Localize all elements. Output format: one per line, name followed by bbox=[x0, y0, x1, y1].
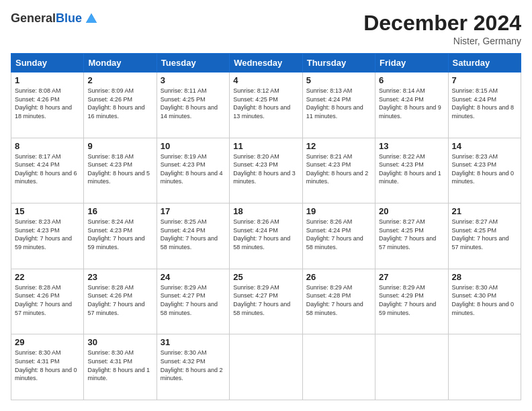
day-info: Sunrise: 8:30 AMSunset: 4:31 PMDaylight:… bbox=[87, 349, 152, 382]
week-row-4: 22Sunrise: 8:28 AMSunset: 4:26 PMDayligh… bbox=[11, 269, 521, 334]
cell-w5-d0: 29Sunrise: 8:30 AMSunset: 4:31 PMDayligh… bbox=[11, 334, 84, 400]
day-number: 29 bbox=[15, 337, 80, 347]
cell-w1-d0: 1Sunrise: 8:08 AMSunset: 4:26 PMDaylight… bbox=[11, 73, 84, 138]
day-info: Sunrise: 8:26 AMSunset: 4:24 PMDaylight:… bbox=[233, 218, 298, 251]
day-number: 9 bbox=[87, 141, 152, 151]
day-info: Sunrise: 8:23 AMSunset: 4:23 PMDaylight:… bbox=[15, 218, 80, 251]
week-row-1: 1Sunrise: 8:08 AMSunset: 4:26 PMDaylight… bbox=[11, 73, 521, 138]
day-number: 8 bbox=[15, 141, 80, 151]
day-number: 26 bbox=[306, 272, 371, 282]
cell-w4-d1: 23Sunrise: 8:28 AMSunset: 4:26 PMDayligh… bbox=[84, 269, 157, 334]
location: Nister, Germany bbox=[363, 36, 521, 46]
logo-icon bbox=[83, 11, 99, 27]
cell-w1-d5: 6Sunrise: 8:14 AMSunset: 4:24 PMDaylight… bbox=[375, 73, 448, 138]
header: GeneralBlue December 2024 Nister, German… bbox=[11, 11, 521, 46]
cell-w1-d4: 5Sunrise: 8:13 AMSunset: 4:24 PMDaylight… bbox=[302, 73, 375, 138]
day-number: 30 bbox=[87, 337, 152, 347]
logo: GeneralBlue bbox=[11, 11, 99, 27]
day-info: Sunrise: 8:26 AMSunset: 4:24 PMDaylight:… bbox=[306, 218, 371, 251]
cell-w2-d1: 9Sunrise: 8:18 AMSunset: 4:23 PMDaylight… bbox=[84, 138, 157, 203]
day-number: 22 bbox=[15, 272, 80, 282]
cell-w5-d2: 31Sunrise: 8:30 AMSunset: 4:32 PMDayligh… bbox=[157, 334, 229, 400]
week-row-5: 29Sunrise: 8:30 AMSunset: 4:31 PMDayligh… bbox=[11, 334, 521, 400]
day-info: Sunrise: 8:11 AMSunset: 4:25 PMDaylight:… bbox=[161, 87, 226, 120]
cell-w3-d3: 18Sunrise: 8:26 AMSunset: 4:24 PMDayligh… bbox=[230, 203, 302, 269]
cell-w5-d3 bbox=[230, 334, 302, 400]
day-number: 17 bbox=[161, 206, 226, 216]
day-number: 31 bbox=[161, 337, 226, 347]
logo-general: General bbox=[11, 11, 56, 25]
week-row-2: 8Sunrise: 8:17 AMSunset: 4:24 PMDaylight… bbox=[11, 138, 521, 203]
col-thursday: Thursday bbox=[302, 54, 375, 73]
cell-w3-d2: 17Sunrise: 8:25 AMSunset: 4:24 PMDayligh… bbox=[157, 203, 229, 269]
day-number: 7 bbox=[452, 75, 517, 85]
day-info: Sunrise: 8:15 AMSunset: 4:24 PMDaylight:… bbox=[452, 87, 517, 120]
day-info: Sunrise: 8:29 AMSunset: 4:27 PMDaylight:… bbox=[161, 283, 226, 317]
day-info: Sunrise: 8:23 AMSunset: 4:23 PMDaylight:… bbox=[452, 152, 517, 186]
day-number: 1 bbox=[15, 75, 80, 85]
day-info: Sunrise: 8:29 AMSunset: 4:27 PMDaylight:… bbox=[233, 283, 298, 317]
calendar-body: 1Sunrise: 8:08 AMSunset: 4:26 PMDaylight… bbox=[11, 73, 521, 400]
cell-w5-d6 bbox=[448, 334, 521, 400]
day-info: Sunrise: 8:27 AMSunset: 4:25 PMDaylight:… bbox=[379, 218, 444, 251]
cell-w4-d2: 24Sunrise: 8:29 AMSunset: 4:27 PMDayligh… bbox=[157, 269, 229, 334]
col-monday: Monday bbox=[84, 54, 157, 73]
day-info: Sunrise: 8:19 AMSunset: 4:23 PMDaylight:… bbox=[161, 152, 226, 186]
day-info: Sunrise: 8:08 AMSunset: 4:26 PMDaylight:… bbox=[15, 87, 80, 120]
cell-w4-d3: 25Sunrise: 8:29 AMSunset: 4:27 PMDayligh… bbox=[230, 269, 302, 334]
day-number: 19 bbox=[306, 206, 371, 216]
cell-w1-d6: 7Sunrise: 8:15 AMSunset: 4:24 PMDaylight… bbox=[448, 73, 521, 138]
col-tuesday: Tuesday bbox=[157, 54, 229, 73]
cell-w3-d6: 21Sunrise: 8:27 AMSunset: 4:25 PMDayligh… bbox=[448, 203, 521, 269]
day-info: Sunrise: 8:21 AMSunset: 4:23 PMDaylight:… bbox=[306, 152, 371, 186]
day-number: 6 bbox=[379, 75, 444, 85]
day-info: Sunrise: 8:30 AMSunset: 4:31 PMDaylight:… bbox=[15, 349, 80, 382]
day-info: Sunrise: 8:20 AMSunset: 4:23 PMDaylight:… bbox=[233, 152, 298, 186]
col-saturday: Saturday bbox=[448, 54, 521, 73]
title-area: December 2024 Nister, Germany bbox=[363, 11, 521, 46]
cell-w4-d5: 27Sunrise: 8:29 AMSunset: 4:29 PMDayligh… bbox=[375, 269, 448, 334]
cell-w1-d1: 2Sunrise: 8:09 AMSunset: 4:26 PMDaylight… bbox=[84, 73, 157, 138]
day-info: Sunrise: 8:28 AMSunset: 4:26 PMDaylight:… bbox=[87, 283, 152, 317]
day-info: Sunrise: 8:17 AMSunset: 4:24 PMDaylight:… bbox=[15, 152, 80, 186]
cell-w4-d6: 28Sunrise: 8:30 AMSunset: 4:30 PMDayligh… bbox=[448, 269, 521, 334]
day-info: Sunrise: 8:30 AMSunset: 4:32 PMDaylight:… bbox=[161, 349, 226, 382]
day-info: Sunrise: 8:14 AMSunset: 4:24 PMDaylight:… bbox=[379, 87, 444, 120]
day-number: 23 bbox=[87, 272, 152, 282]
logo-blue: Blue bbox=[56, 11, 82, 25]
day-number: 15 bbox=[15, 206, 80, 216]
day-number: 16 bbox=[87, 206, 152, 216]
cell-w2-d0: 8Sunrise: 8:17 AMSunset: 4:24 PMDaylight… bbox=[11, 138, 84, 203]
cell-w2-d2: 10Sunrise: 8:19 AMSunset: 4:23 PMDayligh… bbox=[157, 138, 229, 203]
cell-w2-d6: 14Sunrise: 8:23 AMSunset: 4:23 PMDayligh… bbox=[448, 138, 521, 203]
cell-w2-d5: 13Sunrise: 8:22 AMSunset: 4:23 PMDayligh… bbox=[375, 138, 448, 203]
day-info: Sunrise: 8:29 AMSunset: 4:28 PMDaylight:… bbox=[306, 283, 371, 317]
day-info: Sunrise: 8:24 AMSunset: 4:23 PMDaylight:… bbox=[87, 218, 152, 251]
day-number: 14 bbox=[452, 141, 517, 151]
cell-w3-d5: 20Sunrise: 8:27 AMSunset: 4:25 PMDayligh… bbox=[375, 203, 448, 269]
day-number: 3 bbox=[161, 75, 226, 85]
week-row-3: 15Sunrise: 8:23 AMSunset: 4:23 PMDayligh… bbox=[11, 203, 521, 269]
cell-w1-d2: 3Sunrise: 8:11 AMSunset: 4:25 PMDaylight… bbox=[157, 73, 229, 138]
cell-w3-d4: 19Sunrise: 8:26 AMSunset: 4:24 PMDayligh… bbox=[302, 203, 375, 269]
cell-w2-d4: 12Sunrise: 8:21 AMSunset: 4:23 PMDayligh… bbox=[302, 138, 375, 203]
calendar-page: GeneralBlue December 2024 Nister, German… bbox=[0, 0, 532, 411]
day-number: 2 bbox=[87, 75, 152, 85]
cell-w3-d1: 16Sunrise: 8:24 AMSunset: 4:23 PMDayligh… bbox=[84, 203, 157, 269]
day-info: Sunrise: 8:13 AMSunset: 4:24 PMDaylight:… bbox=[306, 87, 371, 120]
day-number: 28 bbox=[452, 272, 517, 282]
day-number: 11 bbox=[233, 141, 298, 151]
day-number: 27 bbox=[379, 272, 444, 282]
day-number: 18 bbox=[233, 206, 298, 216]
day-number: 20 bbox=[379, 206, 444, 216]
cell-w5-d5 bbox=[375, 334, 448, 400]
day-number: 12 bbox=[306, 141, 371, 151]
cell-w5-d1: 30Sunrise: 8:30 AMSunset: 4:31 PMDayligh… bbox=[84, 334, 157, 400]
day-info: Sunrise: 8:18 AMSunset: 4:23 PMDaylight:… bbox=[87, 152, 152, 186]
day-info: Sunrise: 8:30 AMSunset: 4:30 PMDaylight:… bbox=[452, 283, 517, 317]
day-info: Sunrise: 8:29 AMSunset: 4:29 PMDaylight:… bbox=[379, 283, 444, 317]
month-title: December 2024 bbox=[363, 11, 521, 36]
logo-text: GeneralBlue bbox=[11, 12, 82, 26]
col-wednesday: Wednesday bbox=[230, 54, 302, 73]
cell-w5-d4 bbox=[302, 334, 375, 400]
